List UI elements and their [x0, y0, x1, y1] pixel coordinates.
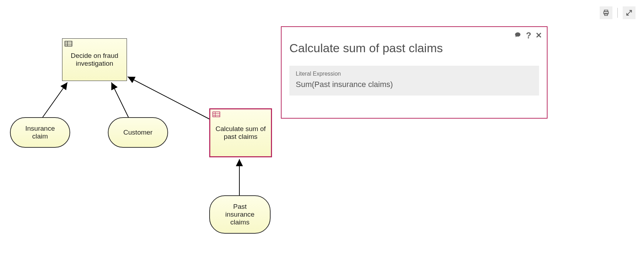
input-node-insurance-claim[interactable]: Insurance claim	[10, 117, 70, 148]
decision-node-calculate[interactable]: Calculate sum of past claims	[209, 108, 272, 157]
input-node-customer[interactable]: Customer	[108, 117, 168, 148]
decision-table-icon	[212, 112, 220, 117]
panel-expression-section[interactable]: Literal Expression Sum(Past insurance cl…	[289, 66, 539, 96]
decision-node-calculate-label: Calculate sum of past claims	[214, 125, 267, 141]
svg-line-3	[42, 82, 67, 118]
top-toolbar	[600, 6, 635, 19]
close-icon[interactable]: ✕	[535, 31, 542, 40]
print-button[interactable]	[600, 6, 612, 19]
svg-rect-11	[213, 112, 220, 117]
svg-line-4	[111, 82, 129, 118]
panel-section-label: Literal Expression	[296, 71, 533, 77]
toolbar-separator	[617, 8, 618, 18]
panel-actions: ? ✕	[514, 31, 542, 40]
expand-button[interactable]	[623, 6, 635, 19]
comment-icon[interactable]	[514, 31, 522, 40]
input-node-insurance-claim-label: Insurance claim	[21, 125, 60, 140]
decision-table-icon	[65, 41, 72, 47]
print-icon	[603, 9, 610, 16]
input-node-past-claims[interactable]: Past insurance claims	[209, 195, 271, 234]
input-node-past-claims-label: Past insurance claims	[221, 203, 260, 226]
help-icon[interactable]: ?	[526, 31, 531, 40]
input-node-customer-label: Customer	[123, 129, 152, 136]
panel-expression-value: Sum(Past insurance claims)	[296, 80, 533, 89]
properties-panel: ? ✕ Calculate sum of past claims Literal…	[281, 26, 548, 119]
diagram-canvas[interactable]: Decide on fraud investigation Calculate …	[0, 0, 644, 277]
panel-title: Calculate sum of past claims	[289, 41, 539, 55]
expand-icon	[626, 10, 632, 16]
svg-line-5	[128, 77, 210, 119]
decision-node-fraud[interactable]: Decide on fraud investigation	[62, 38, 127, 81]
decision-node-fraud-label: Decide on fraud investigation	[66, 52, 123, 67]
svg-rect-7	[65, 41, 72, 46]
